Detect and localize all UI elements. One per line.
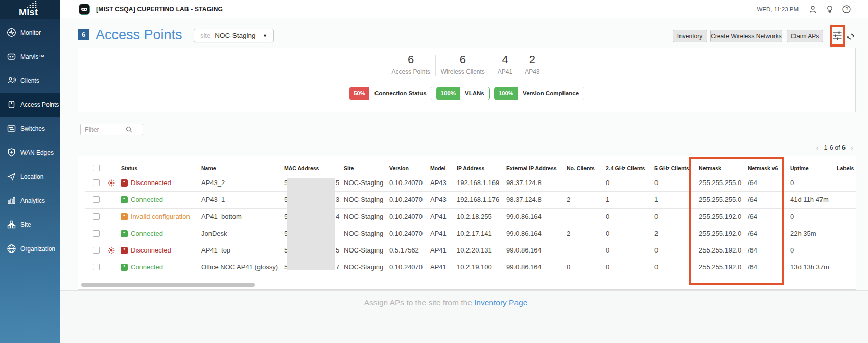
- bulb-icon[interactable]: [826, 5, 833, 13]
- column-header-netmask-v6[interactable]: Netmask v6: [744, 165, 787, 171]
- table-header-row: StatusNameMAC AddressSiteVersionModelIP …: [78, 156, 856, 174]
- netmask-cell: 255.255.192.0: [695, 263, 744, 271]
- column-header-status[interactable]: Status: [118, 165, 198, 171]
- site-cell: NOC-Staging: [340, 263, 386, 271]
- column-header-ip-address[interactable]: IP Address: [453, 165, 503, 171]
- select-all-checkbox[interactable]: [78, 165, 118, 171]
- column-header-uptime[interactable]: Uptime: [787, 165, 833, 171]
- org-avatar-icon[interactable]: [79, 4, 90, 15]
- page-title: Access Points: [96, 27, 182, 43]
- checkbox[interactable]: [93, 230, 100, 237]
- site-icon: [7, 220, 16, 230]
- sidebar-item-switches[interactable]: Switches: [0, 117, 60, 141]
- inventory-page-link[interactable]: Inventory Page: [474, 298, 527, 307]
- stat-label: Wireless Clients: [441, 68, 485, 75]
- sidebar-item-monitor[interactable]: Monitor: [0, 20, 60, 44]
- clients-24ghz-cell: 1: [602, 196, 651, 203]
- column-header-name[interactable]: Name: [198, 165, 280, 171]
- netmask-v6-cell: /64: [744, 179, 787, 187]
- stat-value: 4: [498, 53, 512, 66]
- table-row[interactable]: ConnectedAP43_153NOC-Staging0.10.24070AP…: [78, 191, 856, 208]
- name-cell[interactable]: AP41_top: [198, 246, 280, 254]
- organization-icon: [7, 244, 16, 254]
- account-icon[interactable]: [809, 5, 817, 13]
- column-header-model[interactable]: Model: [427, 165, 453, 171]
- table-row[interactable]: Invalid configurationAP41_bottom54NOC-St…: [78, 208, 856, 225]
- version-cell: 0.10.24070: [386, 263, 427, 271]
- column-header-mac-address[interactable]: MAC Address: [280, 165, 340, 171]
- create-wireless-networks-button[interactable]: Create Wireless Networks: [710, 30, 782, 42]
- inventory-button[interactable]: Inventory: [673, 30, 707, 42]
- no-clients-cell: 2: [563, 196, 602, 203]
- row-checkbox-cell: [78, 230, 118, 237]
- site-cell: NOC-Staging: [340, 230, 386, 237]
- name-cell[interactable]: Office NOC AP41 (glossy): [198, 263, 280, 271]
- sidebar-item-wan-edges[interactable]: WAN Edges: [0, 141, 60, 165]
- top-header-bar: [MIST CSQA] CUPERTINO LAB - STAGING WED,…: [60, 0, 868, 18]
- column-header-5-ghz-clients[interactable]: 5 GHz Clients: [651, 165, 695, 171]
- checkbox[interactable]: [93, 213, 100, 220]
- sidebar-item-site[interactable]: Site: [0, 213, 60, 237]
- table-row[interactable]: ConnectedOffice NOC AP41 (glossy)57NOC-S…: [78, 259, 856, 276]
- compliance-badges-row: 50%Connection Status100%VLANs100%Version…: [78, 87, 855, 100]
- ap-table: StatusNameMAC AddressSiteVersionModelIP …: [78, 156, 856, 290]
- badge-percent: 100%: [495, 87, 518, 100]
- footer-hint: Assign APs to the site from the Inventor…: [42, 298, 850, 307]
- name-cell[interactable]: JonDesk: [198, 230, 280, 237]
- table-body: DisconnectedAP43_255NOC-Staging0.10.2407…: [78, 174, 856, 276]
- column-header-external-ip-address[interactable]: External IP Address: [503, 165, 563, 171]
- table-row[interactable]: DisconnectedAP41_top55NOC-Staging0.5.175…: [78, 242, 856, 259]
- horizontal-scrollbar[interactable]: [81, 283, 255, 287]
- page-next-icon[interactable]: ›: [850, 145, 853, 151]
- column-header-no-clients[interactable]: No. Clients: [563, 165, 602, 171]
- refresh-icon[interactable]: [847, 33, 855, 40]
- compliance-badge-vlans[interactable]: 100%VLANs: [436, 87, 490, 100]
- name-cell[interactable]: AP41_bottom: [198, 213, 280, 220]
- sidebar-item-clients[interactable]: Clients: [0, 68, 60, 93]
- sidebar-item-marvis[interactable]: Marvis™: [0, 44, 60, 68]
- ap-status-icon: [121, 230, 128, 237]
- sidebar-nav: MonitorMarvis™ClientsAccess PointsSwitch…: [0, 20, 60, 261]
- column-header-labels[interactable]: Labels: [833, 165, 857, 171]
- model-cell: AP41: [427, 213, 453, 220]
- checkbox[interactable]: [93, 179, 100, 186]
- name-cell[interactable]: AP43_2: [198, 179, 280, 187]
- column-header-2-4-ghz-clients[interactable]: 2.4 GHz Clients: [602, 165, 651, 171]
- table-row[interactable]: DisconnectedAP43_255NOC-Staging0.10.2407…: [78, 174, 856, 191]
- site-selector[interactable]: site NOC-Staging ▼: [194, 29, 274, 42]
- table-row[interactable]: ConnectedJonDesk5NOC-Staging0.10.24070AP…: [78, 225, 856, 242]
- help-icon[interactable]: ?: [842, 5, 851, 13]
- filter-field[interactable]: [80, 124, 143, 135]
- filter-input[interactable]: [81, 126, 125, 133]
- badge-percent: 100%: [437, 87, 460, 100]
- page-prev-icon[interactable]: ‹: [816, 145, 819, 151]
- column-header-version[interactable]: Version: [386, 165, 427, 171]
- sidebar-item-access-points[interactable]: Access Points: [0, 93, 60, 117]
- name-cell[interactable]: AP43_1: [198, 196, 280, 203]
- claim-aps-button[interactable]: Claim APs: [787, 30, 823, 42]
- ap-status-icon: [121, 179, 128, 187]
- netmask-v6-cell: /64: [744, 263, 787, 271]
- table-settings-icon[interactable]: [833, 31, 842, 40]
- monitor-icon: [7, 28, 16, 37]
- checkbox[interactable]: [93, 165, 100, 171]
- wan-edges-icon: [7, 148, 16, 157]
- external-ip-cell: 98.37.124.8: [503, 196, 563, 203]
- clients-24ghz-cell: 0: [602, 213, 651, 220]
- column-header-netmask[interactable]: Netmask: [695, 165, 744, 171]
- checkbox[interactable]: [93, 264, 100, 270]
- sidebar-item-organization[interactable]: Organization: [0, 237, 60, 261]
- mist-logo[interactable]: Mist: [0, 0, 60, 19]
- checkbox[interactable]: [93, 247, 100, 254]
- sidebar-item-analytics[interactable]: Analytics: [0, 189, 60, 213]
- compliance-badge-version-compliance[interactable]: 100%Version Compliance: [494, 87, 584, 100]
- checkbox[interactable]: [93, 196, 100, 203]
- badge-label: VLANs: [460, 87, 489, 100]
- org-title[interactable]: [MIST CSQA] CUPERTINO LAB - STAGING: [96, 6, 223, 13]
- sidebar-item-label: Location: [20, 173, 43, 180]
- column-header-site[interactable]: Site: [340, 165, 386, 171]
- status-cell: Connected: [118, 263, 198, 271]
- sidebar-item-location[interactable]: Location: [0, 165, 60, 189]
- sidebar-item-label: Switches: [20, 125, 45, 132]
- compliance-badge-connection-status[interactable]: 50%Connection Status: [349, 87, 432, 100]
